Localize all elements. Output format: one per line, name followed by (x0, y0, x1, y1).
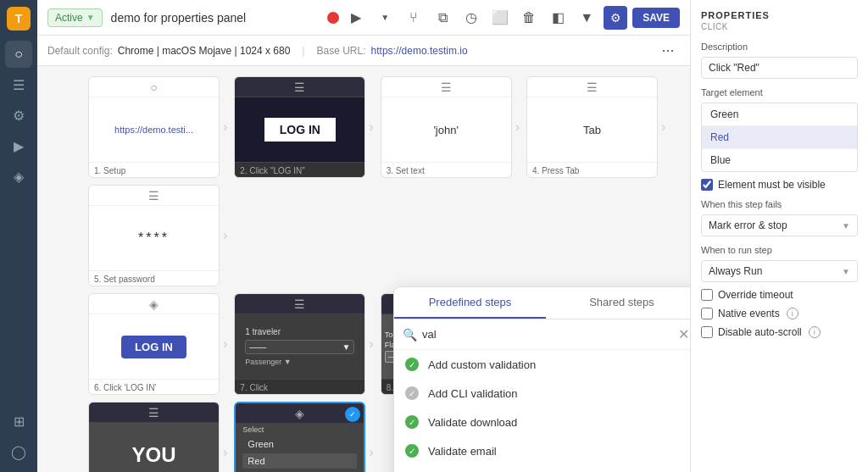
panel-title: PROPERTIES (701, 10, 858, 20)
disable-scroll-label: Disable auto-scroll (718, 326, 802, 338)
override-timeout-row: Override timeout (701, 289, 858, 301)
list-item-validate-element-visible[interactable]: ✓ Validate element visible (394, 465, 690, 472)
sidebar-item-settings[interactable]: ⚙ (5, 102, 32, 129)
sidebar-item-play[interactable]: ▶ (5, 132, 32, 159)
config-more-button[interactable]: ··· (656, 39, 680, 63)
element-visible-label: Element must be visible (718, 179, 826, 191)
step-card-10[interactable]: ◈ ✓ Select Green Red Blue 10. Click 'Red… (234, 402, 365, 472)
step-card-5[interactable]: ☰ **** 5. Set password (88, 185, 220, 286)
native-events-checkbox[interactable] (701, 308, 713, 319)
item-label: Validate email (428, 445, 497, 458)
sidebar-item-user[interactable]: ◯ (5, 438, 32, 465)
item-label: Add custom validation (428, 358, 536, 371)
step-10-badge: ✓ (345, 407, 360, 422)
play-button[interactable]: ▶ (344, 6, 368, 30)
record-button[interactable] (327, 12, 339, 24)
sidebar-logo[interactable]: T (7, 7, 31, 31)
step-4-icon: ☰ (587, 81, 598, 94)
schedule-icon[interactable]: ◷ (459, 6, 483, 30)
step-10-wrapper: ◈ ✓ Select Green Red Blue 10. Click 'Red… (234, 402, 373, 472)
list-item-add-cli-validation[interactable]: ✓ Add CLI validation (394, 379, 690, 408)
topbar: Active ▼ demo for properties panel ▶ ▼ ⑂… (37, 0, 690, 36)
save-button[interactable]: SAVE (632, 8, 680, 28)
arrow-2-icon: › (369, 119, 373, 135)
override-timeout-label: Override timeout (718, 289, 793, 301)
item-label: Validate download (428, 416, 517, 429)
when-run-dropdown[interactable]: Always Run ▼ (701, 260, 858, 282)
properties-panel: PROPERTIES CLICK Description Target elem… (690, 0, 868, 472)
step-10-icon: ◈ (295, 407, 304, 420)
delete-icon[interactable]: 🗑 (517, 6, 541, 30)
list-item-add-custom-validation[interactable]: ✓ Add custom validation (394, 350, 690, 379)
override-timeout-checkbox[interactable] (701, 289, 713, 301)
base-url-value: https://demo.testim.io (371, 45, 468, 57)
check-gray-icon: ✓ (405, 386, 419, 400)
step-card-3[interactable]: ☰ 'john' 3. Set text (381, 76, 512, 178)
browser-icon[interactable]: ⬜ (488, 6, 512, 30)
step-card-1[interactable]: ○ https://demo.testi... 1. Setup (88, 76, 220, 178)
step-9-wrapper: ☰ YOU 9. › (88, 402, 227, 472)
steps-row-1: ○ https://demo.testi... 1. Setup › ☰ LOG… (88, 76, 680, 286)
step-6-btn: LOG IN (121, 336, 186, 358)
step-card-2[interactable]: ☰ LOG IN 2. Click "LOG IN" (234, 76, 365, 178)
native-events-row: Native events i (701, 308, 858, 319)
target-option-blue[interactable]: Blue (702, 149, 857, 171)
step-1-icon: ○ (150, 81, 157, 94)
fork-icon[interactable]: ⑂ (402, 6, 426, 30)
arrow-3-icon: › (515, 119, 520, 135)
tab-shared-steps[interactable]: Shared steps (546, 287, 690, 319)
native-events-info-icon[interactable]: i (787, 308, 798, 319)
target-label: Target element (701, 87, 858, 97)
step-4-label: 4. Press Tab (532, 166, 579, 175)
element-must-be-visible-row: Element must be visible (701, 179, 858, 191)
status-badge[interactable]: Active ▼ (47, 8, 103, 27)
sidebar-item-steps[interactable]: ☰ (5, 71, 32, 98)
base-url-label: Base URL: (317, 45, 366, 57)
step-6-label: 6. Click 'LOG IN' (94, 383, 156, 392)
more-icon[interactable]: ▼ (575, 6, 598, 30)
step-7-traveler: 1 traveler (245, 327, 354, 336)
step-1-label: 1. Setup (94, 166, 125, 175)
sidebar-item-grid[interactable]: ⊞ (5, 408, 32, 435)
step-card-6[interactable]: ◈ LOG IN 6. Click 'LOG IN' (88, 293, 220, 395)
target-element-dropdown: Green Red Blue (701, 103, 858, 172)
step-2-wrapper: ☰ LOG IN 2. Click "LOG IN" › (234, 76, 373, 178)
config-label: Default config: (47, 45, 113, 57)
description-input[interactable] (701, 57, 858, 79)
list-item-validate-email[interactable]: ✓ Validate email (394, 436, 690, 465)
dropdown-search-bar: 🔍 ✕ (394, 319, 690, 350)
disable-scroll-checkbox[interactable] (701, 326, 713, 338)
sidebar: T ○ ☰ ⚙ ▶ ◈ ⊞ ◯ (0, 0, 37, 472)
predefined-steps-dropdown: Predefined steps Shared steps 🔍 ✕ ✓ Add … (393, 286, 690, 472)
step-7-label: 7. Click (240, 383, 268, 392)
step-5-wrapper: ☰ **** 5. Set password › (88, 185, 227, 286)
search-clear-button[interactable]: ✕ (678, 326, 689, 342)
camera-icon[interactable]: ◧ (546, 6, 570, 30)
copy-icon[interactable]: ⧉ (431, 6, 454, 30)
step-card-4[interactable]: ☰ Tab 4. Press Tab (526, 76, 658, 178)
step-3-label: 3. Set text (387, 166, 425, 175)
target-option-green[interactable]: Green (702, 103, 857, 126)
list-item-validate-download[interactable]: ✓ Validate download (394, 408, 690, 436)
sidebar-item-integrations[interactable]: ◈ (5, 163, 32, 190)
test-title: demo for properties panel (111, 11, 320, 25)
step-card-9[interactable]: ☰ YOU 9. (88, 402, 220, 472)
topbar-actions: ▶ ▼ ⑂ ⧉ ◷ ⬜ 🗑 ◧ ▼ ⚙ SAVE (327, 6, 680, 30)
search-input[interactable] (422, 328, 673, 341)
option-red: Red (242, 453, 357, 469)
more-run-icon[interactable]: ▼ (373, 6, 397, 30)
step-7-select: ——▼ (245, 340, 354, 354)
target-option-red[interactable]: Red (702, 126, 857, 149)
when-run-value: Always Run (709, 265, 762, 277)
step-9-icon: ☰ (148, 406, 159, 419)
sidebar-item-home[interactable]: ○ (5, 41, 32, 68)
step-card-7[interactable]: ☰ 1 traveler ——▼ Passenger ▼ 7. Click (234, 293, 365, 395)
dropdown-items-list: ✓ Add custom validation ✓ Add CLI valida… (394, 350, 690, 472)
disable-scroll-info-icon[interactable]: i (809, 326, 821, 338)
element-visible-checkbox[interactable] (701, 179, 713, 191)
when-run-label: When to run step (701, 245, 858, 255)
when-fails-dropdown[interactable]: Mark error & stop ▼ (701, 214, 858, 236)
step-2-icon: ☰ (294, 81, 305, 94)
tab-predefined-steps[interactable]: Predefined steps (394, 287, 546, 319)
settings-button[interactable]: ⚙ (604, 6, 627, 30)
